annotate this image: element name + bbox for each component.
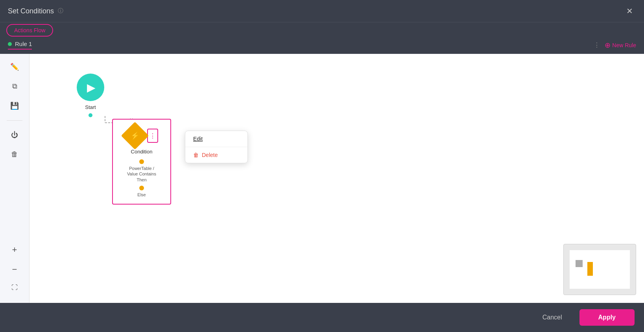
rule-name: Rule 1 (15, 41, 32, 47)
condition-label: Condition (131, 149, 153, 155)
condition-node[interactable]: ⚡ ⋮ Condition PowerTable / Value Contain… (112, 119, 171, 205)
else-connector: Else (137, 186, 146, 197)
apply-button[interactable]: Apply (579, 309, 635, 326)
context-menu-delete[interactable]: 🗑 Delete (185, 147, 247, 163)
rule-label: Rule 1 (8, 41, 32, 50)
start-output-dot (89, 113, 92, 117)
rule-options-icon[interactable]: ⋮ (594, 41, 600, 49)
minimap-condition-node (587, 262, 593, 276)
then-connector: PowerTable / Value Contains Then (127, 159, 156, 183)
then-dot (139, 159, 144, 164)
rule-status-dot (8, 42, 12, 46)
context-menu-edit[interactable]: Edit (185, 131, 247, 147)
modal-header-left: Set Conditions ⓘ (8, 7, 63, 15)
play-icon: ▶ (87, 81, 96, 94)
edit-label: Edit (193, 136, 203, 142)
power-icon[interactable]: ⏻ (9, 129, 20, 142)
trash-icon[interactable]: 🗑 (9, 148, 20, 161)
rule-bar: Rule 1 ⋮ ⊕ New Rule (0, 37, 644, 54)
sidebar-bottom: + − ⛶ (9, 242, 20, 297)
then-label: PowerTable / Value Contains Then (127, 166, 156, 183)
else-dot (139, 186, 144, 190)
modal-header: Set Conditions ⓘ ✕ (0, 0, 644, 22)
sidebar: ✏️ ⧉ 💾 ⏻ 🗑 + − ⛶ (0, 54, 30, 303)
modal-title: Set Conditions (8, 7, 54, 15)
cancel-button[interactable]: Cancel (531, 309, 573, 326)
minimap (563, 244, 636, 295)
minimap-start-node (576, 260, 583, 267)
edit-icon[interactable]: ✏️ (8, 60, 21, 74)
tab-bar: Actions Flow (0, 22, 644, 37)
sidebar-top: ✏️ ⧉ 💾 ⏻ 🗑 (7, 60, 22, 239)
close-button[interactable]: ✕ (623, 5, 636, 17)
start-label: Start (85, 104, 96, 110)
new-rule-label: New Rule (612, 42, 636, 48)
minimap-content (570, 250, 630, 289)
sidebar-divider (7, 120, 22, 121)
else-label: Else (137, 192, 146, 197)
canvas: ✕ ▶ Start ⚡ ⋮ Condition (30, 54, 644, 303)
start-circle[interactable]: ▶ (77, 74, 104, 101)
delete-trash-icon: 🗑 (193, 152, 199, 158)
condition-diamond-icon: ⚡ (131, 131, 139, 140)
new-rule-plus-icon: ⊕ (605, 41, 611, 50)
new-rule-button[interactable]: ⊕ New Rule (605, 41, 636, 50)
context-menu: Edit 🗑 Delete (185, 131, 248, 163)
set-conditions-modal: Set Conditions ⓘ ✕ Actions Flow Rule 1 ⋮… (0, 0, 644, 332)
save-icon[interactable]: 💾 (8, 99, 21, 113)
actions-flow-tab[interactable]: Actions Flow (6, 24, 53, 37)
zoom-in-icon[interactable]: + (10, 242, 20, 257)
zoom-out-icon[interactable]: − (10, 262, 20, 277)
content-area: ✏️ ⧉ 💾 ⏻ 🗑 + − ⛶ ✕ (0, 54, 644, 303)
delete-label: Delete (202, 152, 218, 158)
info-icon[interactable]: ⓘ (58, 7, 63, 15)
start-node: ▶ Start (77, 74, 104, 117)
footer: Cancel Apply (0, 303, 644, 332)
condition-menu-button[interactable]: ⋮ (147, 129, 158, 143)
fit-icon[interactable]: ⛶ (9, 282, 20, 293)
condition-header: ⚡ ⋮ (125, 126, 158, 146)
copy-icon[interactable]: ⧉ (10, 80, 20, 93)
condition-diamond: ⚡ (121, 122, 149, 150)
